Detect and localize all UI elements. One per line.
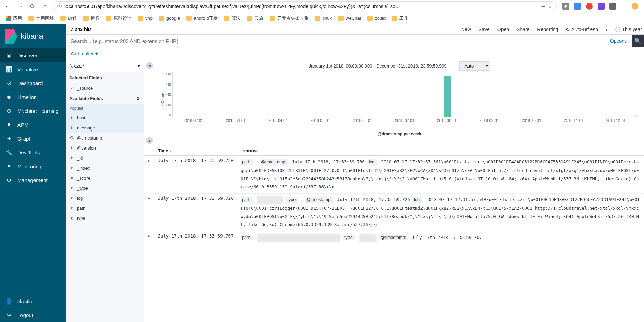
collapse-histogram-button[interactable]: ▲ [146,137,153,144]
available-fields-header: Available Fields ⚙ [66,93,144,104]
bookmark-item[interactable]: 常用网址 [26,14,56,23]
bookmark-item[interactable]: 原型设计 [104,14,134,23]
bookmark-item[interactable]: google [157,14,182,23]
menu-icon[interactable]: ⋮ [621,3,627,9]
forward-button[interactable]: → [15,1,25,11]
auto-refresh-button[interactable]: Auto-refresh [566,27,598,32]
folder-icon [186,16,192,21]
field-_source[interactable]: ?_source [66,83,144,93]
action-share[interactable]: Share [517,27,529,32]
sidebar-item-discover[interactable]: ◎Discover [0,48,66,62]
ext-icon-2[interactable] [574,3,581,10]
field-_id[interactable]: t_id [66,153,144,163]
bookmark-item[interactable]: 云旅 [245,14,265,23]
folder-icon [106,16,111,21]
ext-icon-5[interactable] [609,3,616,10]
histogram-chart[interactable]: Count 8,0006,0004,0002,0000 2018-02-0120… [172,72,637,131]
browser-toolbar: ← → ⟳ ⌂ ⓘ localhost:5601/app/kibana#/dis… [0,0,644,12]
field-host[interactable]: thost [66,113,144,123]
logo-mark [5,29,17,44]
key-icon: ⊶ [540,3,545,9]
bookmark-item[interactable]: android开发 [184,14,220,23]
search-submit-button[interactable]: 🔍 [632,35,644,47]
add-filter-button[interactable]: Add a filter + [71,51,98,56]
sidebar-item-dashboard[interactable]: ⊙Dashboard [0,76,66,90]
star-icon[interactable]: ☆ [548,3,552,9]
folder-icon [83,16,89,21]
ext-icon-4[interactable] [598,3,605,10]
bookmark-item[interactable]: 开发者头条收集 [267,14,311,23]
search-row: Options 🔍 [66,35,644,47]
data-area: ◀ January 1st 2018, 00:00:00.000 - Decem… [144,60,644,322]
histogram-bar[interactable] [635,116,636,117]
folder-icon [247,16,252,21]
expand-row-button[interactable]: ▸ [144,156,154,194]
sidebar-item-graph[interactable]: ✦Graph [0,132,66,145]
interval-select[interactable]: Auto [459,61,490,71]
field-_score[interactable]: #_score [66,173,144,183]
col-source[interactable]: _source [237,146,644,156]
nav-icon: ⊙ [6,80,12,87]
url-bar[interactable]: ⓘ localhost:5601/app/kibana#/discover?_g… [53,1,557,11]
collapse-fields-button[interactable]: ◀ [146,62,153,69]
x-axis-label: @timestamp per week [155,132,644,136]
source-cell: path: /lvyouLogs/fx/ type: @timestamp: J… [237,194,644,231]
nav-icon: 👤 [6,298,12,305]
sidebar-item-dev-tools[interactable]: 🔧Dev Tools [0,145,66,159]
back-button[interactable]: ← [3,1,12,11]
action-open[interactable]: Open [497,27,509,32]
field-type[interactable]: ttype [66,213,144,223]
fields-panel: fx-czrz* ▾ Selected Fields ?_source Avai… [66,60,144,322]
field-message[interactable]: tmessage [66,123,144,133]
bookmark-item[interactable]: could [365,14,388,23]
home-button[interactable]: ⌂ [40,1,50,11]
bookmark-item[interactable]: 博客 [81,14,102,23]
apps-shortcut[interactable]: 应用 [3,14,24,23]
bookmark-item[interactable]: 工作 [390,14,410,23]
bookmark-item[interactable]: vnp [136,14,155,23]
ext-icon-1[interactable] [562,3,569,10]
source-cell: path: D:/JobFile/lvyouLogs/fx/czrzLogger… [237,231,644,244]
sidebar-item-apm[interactable]: ≡APM [0,118,66,132]
time-back-button[interactable]: ‹ [606,27,607,32]
nav-icon: 🔧 [6,149,12,156]
col-time[interactable]: Time ▾ [154,146,237,156]
expand-row-button[interactable]: ▸ [144,194,154,231]
table-row: ▸July 17th 2018, 17:33:59.726path: /lvyo… [144,194,644,231]
gear-icon[interactable]: ⚙ [136,96,140,101]
sidebar-footer-elastic[interactable]: 👤elastic [0,294,66,308]
sidebar-item-monitoring[interactable]: ♥Monitoring [0,159,66,173]
sidebar-item-visualize[interactable]: 📊Visualize [0,62,66,76]
avatar-icon[interactable] [632,3,638,10]
field-_type[interactable]: t_type [66,183,144,193]
nav-icon: ≡ [6,122,12,128]
field-@version[interactable]: t@version [66,143,144,153]
action-reporting[interactable]: Reporting [537,27,558,32]
folder-icon [28,16,34,21]
histogram-bar[interactable] [444,76,451,117]
time-picker[interactable]: 🕓 This year [615,27,642,32]
bookmark-item[interactable]: 算法 [222,14,243,23]
sidebar-footer-logout[interactable]: ↪Logout [0,308,66,322]
action-save[interactable]: Save [479,27,490,32]
search-input[interactable] [66,35,605,47]
bookmark-item[interactable]: linux [313,14,334,23]
field-log[interactable]: tlog [66,193,144,203]
field-@timestamp[interactable]: ⏱@timestamp [66,133,144,143]
sidebar-item-management[interactable]: ⚙Management [0,173,66,187]
reload-button[interactable]: ⟳ [28,1,37,11]
field-path[interactable]: tpath [66,203,144,213]
expand-row-button[interactable]: ▸ [144,231,154,244]
sidebar-item-machine-learning[interactable]: ⚙Machine Learning [0,104,66,118]
search-options-link[interactable]: Options [605,35,632,47]
kibana-sidebar: kibana ◎Discover📊Visualize⊙Dashboard☻Tim… [0,24,66,322]
bookmark-item[interactable]: 编程 [58,14,79,23]
sidebar-item-timelion[interactable]: ☻Timelion [0,90,66,104]
field-_index[interactable]: t_index [66,163,144,173]
bookmark-item[interactable]: weChat [336,14,363,23]
ext-icon-3[interactable] [586,3,593,10]
folder-icon [338,16,344,21]
kibana-logo[interactable]: kibana [0,24,66,48]
action-new[interactable]: New [461,27,471,32]
index-pattern-select[interactable]: fx-czrz* ▾ [66,60,144,72]
